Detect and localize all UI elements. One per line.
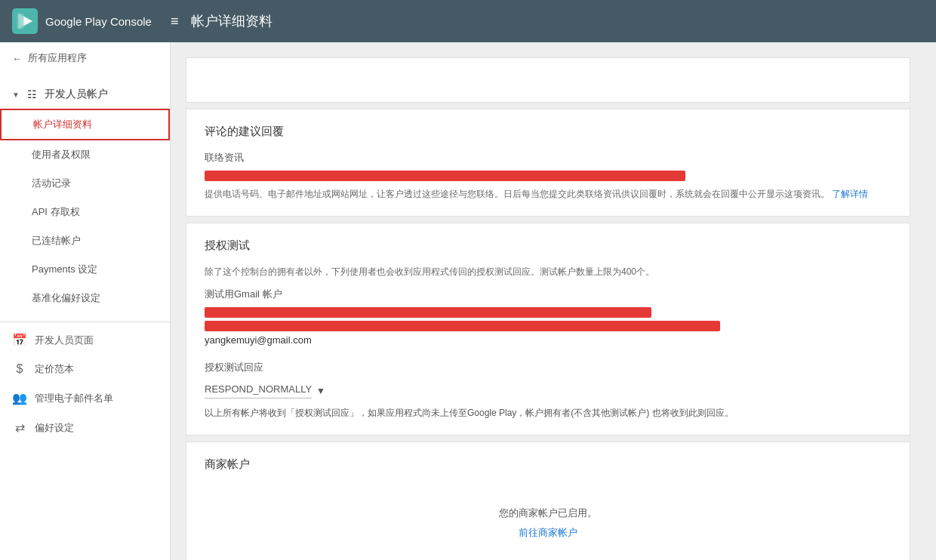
sidebar-item-pricing[interactable]: $ 定价范本 (0, 355, 170, 383)
contact-subtitle: 联络资讯 (205, 151, 891, 165)
sidebar-item-api-access-label: API 存取权 (32, 205, 80, 219)
merchant-account-link[interactable]: 前往商家帐户 (519, 527, 577, 538)
sidebar-divider (0, 322, 170, 322)
developer-account-section-icon: ☷ (27, 88, 37, 100)
merchant-section: 商家帐户 您的商家帐户已启用。 前往商家帐户 (186, 442, 910, 560)
sidebar-item-users-permissions[interactable]: 使用者及权限 (0, 140, 170, 169)
sidebar-item-preferences-label: 偏好设定 (35, 421, 74, 435)
sidebar-item-users-permissions-label: 使用者及权限 (32, 148, 91, 162)
gmail-subtitle: 测试用Gmail 帐户 (205, 288, 891, 301)
auth-response-dropdown-row: RESPOND_NORMALLY ▼ (205, 383, 891, 398)
sidebar-item-pricing-label: 定价范本 (35, 362, 74, 376)
page-header-title: 帐户详细资料 (191, 12, 272, 30)
gmail-row-redacted-1 (205, 307, 651, 318)
auth-response-value[interactable]: RESPOND_NORMALLY (205, 383, 312, 398)
logo-area: Google Play Console (12, 8, 171, 34)
merchant-title: 商家帐户 (205, 457, 891, 472)
developer-account-header[interactable]: ▼ ☷ 开发人员帐户 (0, 80, 170, 109)
main-content: 评论的建议回覆 联络资讯 提供电话号码、电子邮件地址或网站网址，让客户透过这些途… (171, 42, 936, 560)
sidebar-back-button[interactable]: ← 所有应用程序 (0, 42, 170, 74)
auth-response-desc: 以上所有帐户将收到「授权测试回应」，如果应用程式尚未上传至Google Play… (205, 406, 891, 420)
sidebar: ← 所有应用程序 ▼ ☷ 开发人员帐户 帐户详细资料 使用者及权限 活动记录 A… (0, 42, 171, 560)
svg-rect-2 (17, 14, 24, 29)
contact-section: 评论的建议回覆 联络资讯 提供电话号码、电子邮件地址或网站网址，让客户透过这些途… (186, 109, 910, 217)
sidebar-item-basic-settings-label: 基准化偏好设定 (32, 291, 100, 305)
sidebar-item-activity-log-label: 活动记录 (32, 177, 71, 190)
merchant-center-area: 您的商家帐户已启用。 前往商家帐户 (205, 484, 891, 547)
sidebar-item-activity-log[interactable]: 活动记录 (0, 169, 170, 198)
sidebar-item-account-details-label: 帐户详细资料 (33, 118, 92, 131)
auth-response-label: 授权测试回应 (205, 361, 891, 374)
contact-section-title: 评论的建议回覆 (205, 125, 891, 139)
sidebar-item-developer-page[interactable]: 📅 开发人员页面 (0, 325, 170, 355)
main-layout: ← 所有应用程序 ▼ ☷ 开发人员帐户 帐户详细资料 使用者及权限 活动记录 A… (0, 42, 936, 560)
merchant-enabled-text: 您的商家帐户已启用。 (205, 506, 891, 520)
contact-desc-text: 提供电话号码、电子邮件地址或网站网址，让客户透过这些途径与您联络。日后每当您提交… (205, 189, 830, 199)
logo-text: Google Play Console (45, 15, 152, 28)
sidebar-item-account-details[interactable]: 帐户详细资料 (0, 109, 170, 140)
sidebar-item-developer-page-label: 开发人员页面 (35, 334, 94, 347)
auth-testing-title: 授权测试 (205, 238, 891, 253)
contact-redacted-bar (205, 171, 685, 181)
sidebar-item-payments-settings[interactable]: Payments 设定 (0, 255, 170, 284)
sidebar-item-preferences[interactable]: ⇄ 偏好设定 (0, 413, 170, 442)
contact-desc: 提供电话号码、电子邮件地址或网站网址，让客户透过这些途径与您联络。日后每当您提交… (205, 187, 891, 201)
gmail-row-redacted-2 (205, 321, 720, 331)
gmail-account-visible: yangkemuyi@gmail.com (205, 334, 891, 346)
sidebar-item-manage-email[interactable]: 👥 管理电子邮件名单 (0, 383, 170, 413)
auth-testing-desc: 除了这个控制台的拥有者以外，下列使用者也会收到应用程式传回的授权测试回应。测试帐… (205, 265, 891, 278)
content-area: 评论的建议回覆 联络资讯 提供电话号码、电子邮件地址或网站网址，让客户透过这些途… (171, 42, 925, 560)
manage-email-icon: 👥 (12, 391, 27, 405)
sidebar-item-manage-email-label: 管理电子邮件名单 (35, 392, 113, 405)
top-content-spacer (186, 57, 910, 103)
sidebar-item-api-access[interactable]: API 存取权 (0, 198, 170, 226)
sidebar-item-payments-settings-label: Payments 设定 (32, 263, 97, 276)
contact-learn-more-link[interactable]: 了解详情 (832, 189, 868, 199)
pricing-icon: $ (12, 362, 27, 376)
dropdown-arrow-icon[interactable]: ▼ (316, 386, 325, 396)
gmail-accounts-list: yangkemuyi@gmail.com (205, 307, 891, 346)
sidebar-item-linked-accounts[interactable]: 已连结帐户 (0, 226, 170, 255)
developer-account-section: ▼ ☷ 开发人员帐户 帐户详细资料 使用者及权限 活动记录 API 存取权 已连… (0, 74, 170, 318)
sidebar-item-basic-settings[interactable]: 基准化偏好设定 (0, 284, 170, 312)
menu-icon[interactable]: ≡ (171, 14, 179, 29)
auth-testing-section: 授权测试 除了这个控制台的拥有者以外，下列使用者也会收到应用程式传回的授权测试回… (186, 223, 910, 435)
play-console-logo-icon (12, 8, 38, 34)
developer-account-label: 开发人员帐户 (45, 88, 108, 101)
auth-response-area: 授权测试回应 RESPOND_NORMALLY ▼ 以上所有帐户将收到「授权测试… (205, 361, 891, 420)
app-header: Google Play Console ≡ 帐户详细资料 (0, 0, 936, 42)
sidebar-item-linked-accounts-label: 已连结帐户 (32, 234, 81, 248)
preferences-icon: ⇄ (12, 420, 27, 435)
developer-page-icon: 📅 (12, 333, 27, 347)
sidebar-back-label: 所有应用程序 (28, 51, 87, 65)
back-arrow-icon: ← (12, 53, 22, 64)
expand-arrow-icon: ▼ (12, 91, 20, 99)
